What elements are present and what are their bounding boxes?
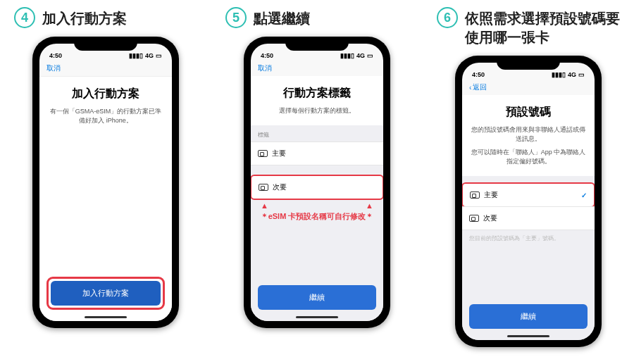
phone-screen: 4:50 ▮▮▮▯ 4G ▭ 取消 行動方案標籤 選擇每個行動方案的標籤。 標籤 [251,44,383,321]
nav-bar: ‹ 返回 [462,80,595,95]
step-5: 5 點選繼續 4:50 ▮▮▮▯ 4G ▭ 取消 行動方案標籤 選擇每個行動方案… [218,7,416,328]
notch [74,37,137,51]
battery-icon: ▭ [578,71,585,78]
row-text: 主要 [484,190,498,200]
battery-icon: ▭ [156,52,162,59]
default-row-secondary[interactable]: 次要 [462,206,595,230]
notch [285,37,349,51]
continue-button[interactable]: 繼續 [469,304,588,329]
signal-icon: ▮▮▮▯ [340,52,354,59]
sim-icon [258,150,268,157]
checkmark-icon: ✓ [581,192,587,199]
phone-frame: 4:50 ▮▮▮▯ 4G ▭ 取消 加入行動方案 有一個「GSMA-eSIM」的… [32,37,179,328]
step-4: 4 加入行動方案 4:50 ▮▮▮▯ 4G ▭ 取消 加入行動方案 有一個「GS… [7,7,204,328]
signal-icon: ▮▮▮▯ [552,71,566,78]
screen-content: 預設號碼 您的預設號碼會用來與非聯絡人通話或傳送訊息。 您可以隨時在「聯絡人」A… [462,95,595,340]
back-chevron-icon[interactable]: ‹ [469,84,471,92]
screen-content: 加入行動方案 有一個「GSMA-eSIM」的行動方案已準備好加入 iPhone。… [39,76,172,321]
step-number-badge: 5 [225,7,247,28]
default-row-primary[interactable]: 主要 ✓ [462,182,595,208]
status-time: 4:50 [472,71,485,78]
step-6: 6 依照需求選擇預設號碼要使用哪一張卡 4:50 ▮▮▮▯ 4G ▭ ‹ 返回 … [430,7,627,347]
cancel-link[interactable]: 取消 [258,63,272,73]
battery-icon: ▭ [367,52,373,59]
warn-arrows: ▲ ▲ [251,199,383,210]
screen-content: 行動方案標籤 選擇每個行動方案的標籤。 標籤 主要 次要 ▲ ▲ ＊eSIM 卡 [251,76,383,321]
highlight-frame: 加入行動方案 [46,277,165,310]
add-plan-button[interactable]: 加入行動方案 [51,281,161,306]
page-title: 行動方案標籤 [259,86,375,101]
continue-button[interactable]: 繼續 [258,285,376,310]
page-desc: 選擇每個行動方案的標籤。 [259,106,375,115]
step-title: 依照需求選擇預設號碼要使用哪一張卡 [465,7,627,47]
back-link[interactable]: 返回 [473,82,487,92]
nav-bar: 取消 [39,61,172,76]
step-header: 4 加入行動方案 [7,7,204,28]
step-number-badge: 4 [14,7,35,28]
network-label: 4G [356,52,365,59]
phone-screen: 4:50 ▮▮▮▯ 4G ▭ ‹ 返回 預設號碼 您的預設號碼會用來與非聯絡人通… [462,63,595,340]
label-row-secondary[interactable]: 次要 [251,175,383,200]
nav-bar: 取消 [251,61,383,76]
step-number-badge: 6 [437,7,458,28]
row-text: 主要 [272,149,286,158]
step-header: 6 依照需求選擇預設號碼要使用哪一張卡 [430,7,627,47]
phone-screen: 4:50 ▮▮▮▯ 4G ▭ 取消 加入行動方案 有一個「GSMA-eSIM」的… [39,44,172,321]
step-header: 5 點選繼續 [218,7,416,28]
phone-frame: 4:50 ▮▮▮▯ 4G ▭ ‹ 返回 預設號碼 您的預設號碼會用來與非聯絡人通… [455,56,602,347]
status-time: 4:50 [49,52,62,59]
step-title: 點選繼續 [254,7,310,28]
hint-text: 您目前的預設號碼為「主要」號碼。 [462,230,595,246]
page-desc-2: 您可以隨時在「聯絡人」App 中為聯絡人指定偏好號碼。 [471,148,586,166]
network-label: 4G [145,52,154,59]
cancel-link[interactable]: 取消 [46,63,61,73]
sim-icon [259,184,268,191]
notch [497,56,560,70]
warn-text: ＊eSIM 卡預設名稱可自行修改＊ [251,210,383,226]
warning-icon: ▲ [366,201,373,210]
label-row-primary[interactable]: 主要 [251,142,383,165]
section-label: 標籤 [251,125,383,142]
warning-icon: ▲ [261,201,268,210]
row-text: 次要 [273,182,287,192]
home-indicator [85,316,127,318]
phone-frame: 4:50 ▮▮▮▯ 4G ▭ 取消 行動方案標籤 選擇每個行動方案的標籤。 標籤 [244,37,390,328]
status-time: 4:50 [261,52,273,59]
network-label: 4G [568,71,576,78]
page-title: 加入行動方案 [48,87,163,101]
row-text: 次要 [483,213,497,223]
home-indicator [296,316,338,318]
page-desc: 有一個「GSMA-eSIM」的行動方案已準備好加入 iPhone。 [48,107,163,125]
signal-icon: ▮▮▮▯ [129,52,143,59]
sim-icon [469,215,479,222]
page-desc: 您的預設號碼會用來與非聯絡人通話或傳送訊息。 [471,125,586,144]
step-title: 加入行動方案 [42,7,127,28]
page-title: 預設號碼 [471,105,586,120]
home-indicator [507,335,549,337]
sim-icon [470,192,480,199]
